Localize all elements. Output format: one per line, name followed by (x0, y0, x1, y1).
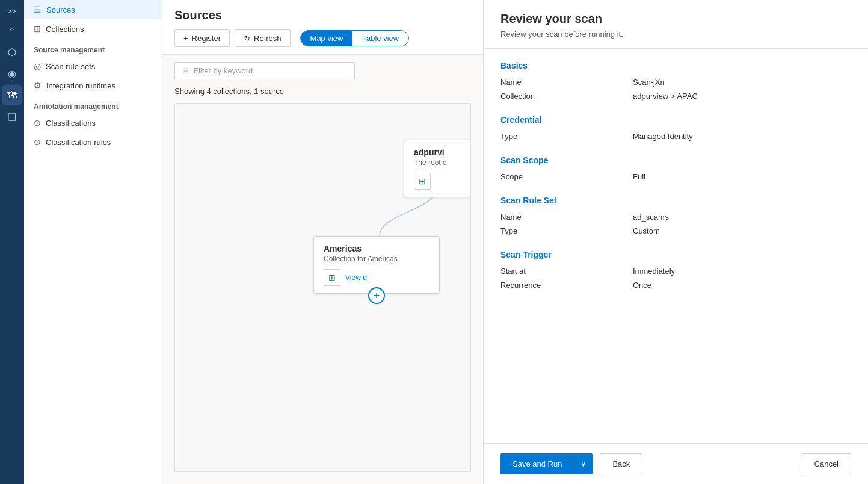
policy-icon[interactable]: ❑ (2, 107, 22, 126)
americas-grid-icon[interactable]: ⊞ (324, 269, 340, 286)
credential-type-label: Type (500, 132, 633, 141)
review-section-credential: Credential Type Managed Identity (500, 115, 851, 141)
main-header: Sources + Register ↻ Refresh Map view Ta… (162, 0, 483, 55)
scan-trigger-title: Scan Trigger (500, 250, 851, 259)
sources-label: Sources (46, 5, 75, 14)
back-button[interactable]: Back (600, 453, 642, 474)
review-header: Review your scan Review your scan before… (484, 0, 868, 49)
scan-rule-set-title: Scan Rule Set (500, 196, 851, 205)
classification-rules-label: Classification rules (46, 138, 111, 147)
basics-collection-value: adpurview > APAC (633, 92, 698, 101)
americas-card-subtitle: Collection for Americas (324, 255, 429, 263)
scan-rule-sets-icon: ◎ (34, 61, 41, 71)
cancel-button[interactable]: Cancel (802, 453, 851, 474)
refresh-button[interactable]: ↻ Refresh (235, 29, 291, 47)
scan-rule-sets-label: Scan rule sets (46, 62, 95, 71)
insights-icon[interactable]: ◉ (2, 64, 22, 83)
review-section-scan-scope: Scan Scope Scope Full (500, 155, 851, 181)
scan-scope-scope-label: Scope (500, 172, 633, 181)
scan-scope-scope-value: Full (633, 172, 645, 181)
scan-rule-set-name-label: Name (500, 213, 633, 222)
review-body: Basics Name Scan-jXn Collection adpurvie… (484, 49, 868, 443)
basics-collection-label: Collection (500, 92, 633, 101)
annotation-management-label: Annotation management (24, 95, 162, 113)
home-icon[interactable]: ⌂ (2, 20, 22, 40)
basics-name-row: Name Scan-jXn (500, 78, 851, 87)
integration-runtimes-label: Integration runtimes (46, 81, 115, 90)
scan-scope-title: Scan Scope (500, 155, 851, 165)
sidebar-item-classifications[interactable]: ⊙ Classifications (24, 113, 162, 132)
sidebar-item-scan-rule-sets[interactable]: ◎ Scan rule sets (24, 57, 162, 76)
review-title: Review your scan (500, 12, 851, 26)
integration-runtimes-icon: ⚙ (34, 81, 42, 90)
collections-label: Collections (46, 25, 84, 34)
sidebar: ☰ Sources ⊞ Collections Source managemen… (24, 0, 162, 484)
showing-label: Showing 4 collections, 1 source (162, 87, 483, 103)
save-and-run-button[interactable]: Save and Run ∨ (500, 453, 593, 474)
scan-trigger-recurrence-row: Recurrence Once (500, 281, 851, 290)
classification-rules-icon: ⊙ (34, 137, 41, 147)
table-view-button[interactable]: Table view (352, 31, 408, 46)
scan-trigger-recurrence-value: Once (633, 281, 651, 290)
scan-trigger-start-value: Immediately (633, 267, 675, 276)
map-canvas: adpurvi The root c ⊞ Americas Collection… (174, 103, 471, 472)
filter-icon: ⊟ (182, 66, 189, 75)
sources-icon: ☰ (34, 5, 42, 14)
sidebar-item-sources[interactable]: ☰ Sources (24, 0, 162, 19)
review-footer: Save and Run ∨ Back Cancel (484, 443, 868, 484)
data-map-icon[interactable]: 🗺 (2, 85, 22, 105)
basics-name-value: Scan-jXn (633, 78, 665, 87)
page-title: Sources (174, 8, 471, 22)
scan-trigger-recurrence-label: Recurrence (500, 281, 633, 290)
basics-title: Basics (500, 61, 851, 70)
scan-trigger-start-row: Start at Immediately (500, 267, 851, 276)
adpurview-card-title: adpurvi (414, 147, 471, 157)
main-area: Sources + Register ↻ Refresh Map view Ta… (162, 0, 483, 484)
review-section-scan-trigger: Scan Trigger Start at Immediately Recurr… (500, 250, 851, 290)
credential-title: Credential (500, 115, 851, 125)
catalog-icon[interactable]: ⬡ (2, 42, 22, 61)
filter-bar: ⊟ Filter by keyword (162, 55, 483, 87)
review-section-basics: Basics Name Scan-jXn Collection adpurvie… (500, 61, 851, 101)
review-section-scan-rule-set: Scan Rule Set Name ad_scanrs Type Custom (500, 196, 851, 235)
adpurview-card-icons: ⊞ (414, 173, 471, 190)
filter-input-wrapper[interactable]: ⊟ Filter by keyword (174, 62, 355, 79)
americas-view-link[interactable]: View d (345, 273, 367, 282)
refresh-icon: ↻ (244, 34, 250, 43)
scan-trigger-start-label: Start at (500, 267, 633, 276)
scan-rule-set-type-value: Custom (633, 226, 660, 235)
sidebar-item-collections[interactable]: ⊞ Collections (24, 19, 162, 39)
scan-rule-set-type-row: Type Custom (500, 226, 851, 235)
review-panel: Review your scan Review your scan before… (483, 0, 868, 484)
add-collection-button[interactable]: + (368, 287, 385, 304)
register-icon: + (183, 34, 188, 43)
americas-card: Americas Collection for Americas ⊞ View … (313, 236, 440, 294)
map-view-button[interactable]: Map view (301, 31, 353, 46)
americas-card-title: Americas (324, 244, 429, 253)
classifications-icon: ⊙ (34, 118, 41, 128)
adpurview-card-subtitle: The root c (414, 158, 471, 167)
expand-sidebar-button[interactable]: >> (5, 5, 19, 18)
basics-collection-row: Collection adpurview > APAC (500, 92, 851, 101)
sidebar-item-integration-runtimes[interactable]: ⚙ Integration runtimes (24, 76, 162, 95)
save-and-run-label: Save and Run (500, 453, 574, 474)
view-toggle: Map view Table view (300, 30, 410, 46)
americas-card-icons: ⊞ View d (324, 269, 429, 286)
adpurview-grid-icon[interactable]: ⊞ (414, 173, 431, 190)
credential-type-value: Managed Identity (633, 132, 693, 141)
collections-icon: ⊞ (34, 24, 41, 34)
scan-rule-set-name-value: ad_scanrs (633, 213, 669, 222)
filter-placeholder: Filter by keyword (194, 66, 253, 75)
review-subtitle: Review your scan before running it. (500, 29, 851, 39)
toolbar: + Register ↻ Refresh Map view Table view (174, 29, 471, 54)
icon-rail: >> ⌂ ⬡ ◉ 🗺 ❑ (0, 0, 24, 484)
scan-rule-set-name-row: Name ad_scanrs (500, 213, 851, 222)
scan-scope-scope-row: Scope Full (500, 172, 851, 181)
adpurview-card: adpurvi The root c ⊞ (404, 140, 471, 197)
credential-type-row: Type Managed Identity (500, 132, 851, 141)
register-button[interactable]: + Register (174, 29, 230, 47)
classifications-label: Classifications (46, 119, 96, 128)
scan-rule-set-type-label: Type (500, 226, 633, 235)
save-and-run-dropdown-icon[interactable]: ∨ (574, 453, 593, 474)
sidebar-item-classification-rules[interactable]: ⊙ Classification rules (24, 132, 162, 152)
